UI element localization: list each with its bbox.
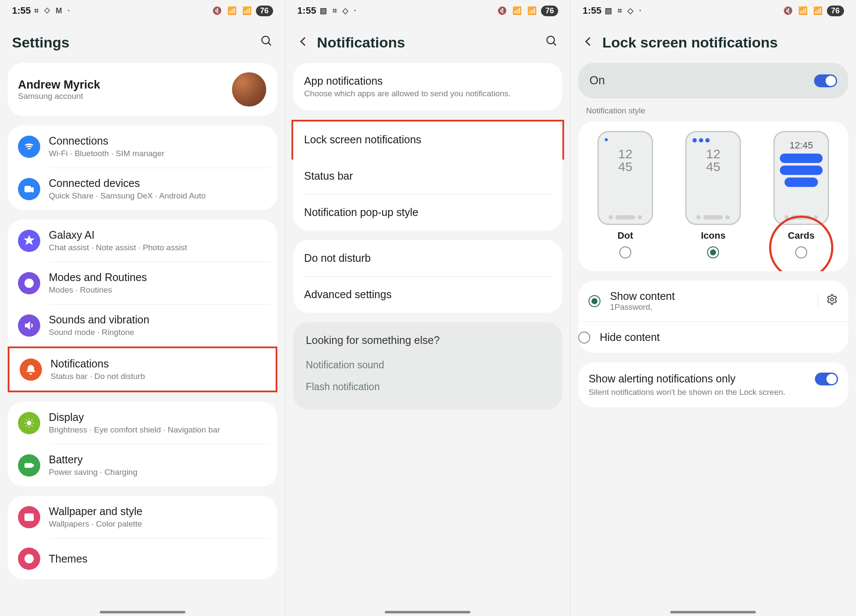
style-preview: 1245 xyxy=(685,131,741,225)
row-sub: Sound mode · Ringtone xyxy=(49,328,267,337)
settings-row-lock-screen-notifications[interactable]: Lock screen notifications xyxy=(293,121,563,158)
status-right-icons: 🔇 📶 📶 xyxy=(497,6,538,15)
content-visibility-group: Show content 1Password, Hide content xyxy=(578,281,848,353)
content-option-hide-content[interactable]: Hide content xyxy=(578,321,848,353)
settings-row-display[interactable]: Display Brightness · Eye comfort shield … xyxy=(8,402,277,444)
home-indicator[interactable] xyxy=(100,611,185,613)
avatar[interactable] xyxy=(231,71,267,107)
search-icon[interactable] xyxy=(545,35,558,50)
notif-group-lockscreen: Status bar Notification pop-up style xyxy=(293,158,563,231)
settings-row-battery[interactable]: Battery Power saving · Charging xyxy=(8,444,277,486)
home-indicator[interactable] xyxy=(385,611,470,613)
settings-row-advanced-settings[interactable]: Advanced settings xyxy=(293,276,563,313)
svg-point-0 xyxy=(262,36,269,44)
status-time: 1:55 xyxy=(297,5,316,16)
style-option-cards[interactable]: 12:45 Cards xyxy=(773,131,829,258)
looking-title: Looking for something else? xyxy=(306,334,550,346)
svg-point-10 xyxy=(25,554,33,563)
settings-row-wallpaper-and-style[interactable]: Wallpaper and style Wallpapers · Color p… xyxy=(8,496,277,538)
row-title: Status bar xyxy=(304,170,552,182)
notif-group-app: App notifications Choose which apps are … xyxy=(293,63,563,110)
radio-icon[interactable] xyxy=(707,246,719,258)
settings-row-sounds-and-vibration[interactable]: Sounds and vibration Sound mode · Ringto… xyxy=(8,304,277,346)
samsung-account-row[interactable]: Andrew Myrick Samsung account xyxy=(8,63,277,116)
svg-rect-7 xyxy=(33,464,33,466)
content-option-show-content[interactable]: Show content 1Password, xyxy=(578,281,848,321)
status-time: 1:55 xyxy=(583,5,601,16)
style-label: Dot xyxy=(618,230,633,241)
image-icon xyxy=(18,506,40,528)
row-sub: Brightness · Eye comfort shield · Naviga… xyxy=(49,425,267,435)
row-title: Hide content xyxy=(600,331,838,344)
alerting-group: Show alerting notifications only Silent … xyxy=(578,362,848,407)
row-title: App notifications xyxy=(304,75,552,87)
settings-row-modes-and-routines[interactable]: Modes and Routines Modes · Routines xyxy=(8,262,277,304)
settings-group-connections: Connections Wi-Fi · Bluetooth · SIM mana… xyxy=(8,125,277,210)
settings-row-galaxy-ai[interactable]: Galaxy AI Chat assist · Note assist · Ph… xyxy=(8,219,277,262)
row-sub: Power saving · Charging xyxy=(49,468,267,477)
row-sub: 1Password, xyxy=(610,302,808,312)
battery-level: 76 xyxy=(827,6,844,16)
page-title: Settings xyxy=(12,34,69,51)
svg-point-13 xyxy=(830,298,833,301)
svg-rect-2 xyxy=(25,186,30,192)
svg-line-12 xyxy=(553,43,556,45)
settings-group-wallpaper: Wallpaper and style Wallpapers · Color p… xyxy=(8,496,277,579)
settings-row-themes[interactable]: Themes xyxy=(8,538,277,579)
row-title: Battery xyxy=(49,453,267,466)
settings-row-app-notifications[interactable]: App notifications Choose which apps are … xyxy=(293,63,563,110)
settings-header: Settings xyxy=(0,21,285,63)
clock-icon xyxy=(18,272,40,294)
settings-row-connected-devices[interactable]: Connected devices Quick Share · Samsung … xyxy=(8,168,277,210)
row-title: Show content xyxy=(610,290,808,302)
back-icon[interactable] xyxy=(297,34,309,51)
palette-icon xyxy=(18,548,40,570)
row-title: Connections xyxy=(49,135,267,147)
looking-item[interactable]: Flash notification xyxy=(306,376,550,398)
status-left-icons: ▧ ⌗ ◇ · xyxy=(605,6,643,15)
settings-row-notifications[interactable]: Notifications Status bar · Do not distur… xyxy=(9,348,276,391)
radio-icon[interactable] xyxy=(619,246,631,258)
status-left-icons: ⌗ ◇ M · xyxy=(34,6,71,15)
search-icon[interactable] xyxy=(260,35,273,50)
notif-group-dnd: Do not disturb Advanced settings xyxy=(293,240,563,313)
style-option-dot[interactable]: 1245 Dot xyxy=(597,131,653,258)
back-icon[interactable] xyxy=(583,34,594,51)
home-indicator[interactable] xyxy=(670,611,756,613)
settings-group-display: Display Brightness · Eye comfort shield … xyxy=(8,402,277,486)
radio-icon[interactable] xyxy=(795,246,807,258)
settings-row-notification-pop-up-style[interactable]: Notification pop-up style xyxy=(293,194,563,231)
master-toggle-row[interactable]: On xyxy=(578,63,848,98)
row-title: Display xyxy=(49,411,267,424)
row-title: Modes and Routines xyxy=(49,271,267,284)
account-sub: Samsung account xyxy=(18,92,100,101)
row-sub: Status bar · Do not disturb xyxy=(51,372,265,381)
star-icon xyxy=(18,230,40,252)
radio-icon[interactable] xyxy=(588,295,600,307)
toggle-switch[interactable] xyxy=(815,373,838,385)
settings-group-general: Galaxy AI Chat assist · Note assist · Ph… xyxy=(8,219,277,346)
status-left-icons: ▧ ⌗ ◇ · xyxy=(320,6,358,15)
svg-rect-6 xyxy=(25,463,32,467)
looking-for-section: Looking for something else? Notification… xyxy=(293,322,563,410)
gear-icon[interactable] xyxy=(818,293,838,308)
row-sub: Choose which apps are allowed to send yo… xyxy=(304,89,552,98)
row-sub: Chat assist · Note assist · Photo assist xyxy=(49,243,267,252)
svg-rect-3 xyxy=(31,187,33,192)
page-title: Lock screen notifications xyxy=(602,34,778,51)
sound-icon xyxy=(18,314,40,337)
row-sub: Quick Share · Samsung DeX · Android Auto xyxy=(49,191,267,201)
row-title: Connected devices xyxy=(49,177,267,190)
style-option-icons[interactable]: 1245 Icons xyxy=(685,131,741,258)
settings-row-connections[interactable]: Connections Wi-Fi · Bluetooth · SIM mana… xyxy=(8,125,277,168)
row-title: Do not disturb xyxy=(304,252,552,264)
alerting-row[interactable]: Show alerting notifications only Silent … xyxy=(578,362,848,407)
looking-item[interactable]: Notification sound xyxy=(306,354,550,376)
status-bar: 1:55 ▧ ⌗ ◇ · 🔇 📶 📶 76 xyxy=(571,0,856,21)
settings-row-do-not-disturb[interactable]: Do not disturb xyxy=(293,240,563,276)
settings-row-status-bar[interactable]: Status bar xyxy=(293,158,563,194)
radio-icon[interactable] xyxy=(578,332,590,344)
settings-screen: 1:55 ⌗ ◇ M · 🔇 📶 📶 76 Settings Andrew My… xyxy=(0,0,285,616)
toggle-switch[interactable] xyxy=(814,74,837,87)
style-preview: 12:45 xyxy=(773,131,829,225)
